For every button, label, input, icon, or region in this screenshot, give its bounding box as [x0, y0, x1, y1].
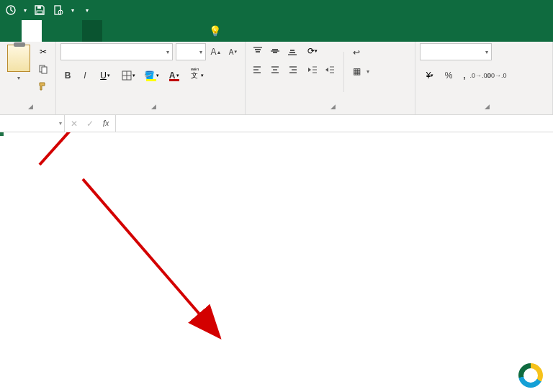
quick-access-toolbar: ▾ ▾ ▾ [3, 2, 91, 18]
align-bottom-button[interactable] [284, 43, 300, 59]
svg-rect-1 [37, 6, 41, 9]
qat-autosave-icon[interactable] [3, 2, 19, 18]
align-right-button[interactable] [284, 62, 300, 78]
wrap-icon: ↩ [353, 47, 360, 58]
ribbon-group-alignment: ⟳▾ ↩ ▦▾ ◢ [246, 42, 415, 114]
print-preview-icon[interactable] [50, 2, 66, 18]
tab-home[interactable] [22, 20, 42, 42]
decrease-font-button[interactable]: A▼ [226, 44, 240, 60]
font-name-combo[interactable]: ▾ [60, 43, 173, 60]
italic-button[interactable]: I [78, 68, 92, 83]
svg-line-34 [40, 132, 162, 165]
tell-me-search[interactable]: 💡 [209, 20, 225, 42]
number-dialog-launcher[interactable]: ◢ [482, 102, 491, 111]
align-left-button[interactable] [250, 62, 266, 78]
title-bar: ▾ ▾ ▾ [0, 0, 553, 20]
alignment-dialog-launcher[interactable]: ◢ [329, 102, 338, 111]
annotation-arrow-2 [65, 161, 252, 348]
accounting-format-button[interactable]: ¥▾ [420, 68, 440, 83]
tab-data[interactable] [102, 20, 122, 42]
merge-center-button[interactable]: ▦▾ [350, 63, 372, 79]
decrease-indent-button[interactable] [305, 62, 320, 78]
qat-drop-1[interactable]: ▾ [22, 7, 29, 14]
decrease-decimal-button[interactable]: .00→.0 [489, 68, 503, 83]
insert-function-button[interactable]: fx [98, 116, 114, 132]
tab-power-pivot[interactable] [183, 20, 203, 42]
spreadsheet-grid[interactable] [0, 132, 553, 392]
lightbulb-icon: 💡 [209, 25, 221, 37]
ribbon-group-number: ▾ ¥▾ % , .0→.00 .00→.0 ◢ [415, 42, 553, 114]
name-box-drop[interactable]: ▾ [59, 120, 62, 127]
formula-bar: ▾ ✕ ✓ fx [0, 115, 553, 132]
copy-button[interactable] [35, 62, 51, 76]
qat-drop-2[interactable]: ▾ [69, 7, 76, 14]
formula-input[interactable] [116, 115, 553, 132]
ribbon: ▾ ✂ ◢ ▾ ▾ A▲ A▼ B I U▾ ▾ 🪣▾ A▾ [0, 42, 553, 115]
number-format-combo[interactable]: ▾ [420, 43, 492, 60]
tab-page-layout[interactable] [62, 20, 82, 42]
clipboard-icon [7, 45, 30, 72]
svg-rect-6 [42, 67, 47, 73]
font-size-combo[interactable]: ▾ [176, 43, 206, 60]
tab-file[interactable] [1, 20, 22, 42]
watermark-logo-icon [518, 363, 543, 388]
svg-rect-11 [255, 49, 261, 50]
wrap-text-button[interactable]: ↩ [350, 45, 372, 60]
paste-button[interactable]: ▾ [4, 43, 32, 98]
font-color-button[interactable]: A▾ [164, 68, 184, 83]
increase-indent-button[interactable] [322, 62, 338, 78]
svg-line-35 [83, 179, 220, 337]
ribbon-group-clipboard: ▾ ✂ ◢ [0, 42, 56, 114]
ribbon-group-font: ▾ ▾ A▲ A▼ B I U▾ ▾ 🪣▾ A▾ wén文▾ ◢ [56, 42, 246, 114]
svg-rect-16 [290, 50, 295, 51]
annotation-arrow-1 [0, 132, 216, 176]
cut-button[interactable]: ✂ [35, 45, 51, 59]
qat-customize-drop[interactable]: ▾ [84, 7, 91, 14]
svg-rect-12 [256, 51, 260, 53]
align-middle-button[interactable] [267, 43, 283, 59]
fill-color-button[interactable]: 🪣▾ [141, 68, 161, 83]
align-center-button[interactable] [267, 62, 283, 78]
svg-rect-17 [289, 52, 295, 53]
merge-icon: ▦ [353, 66, 361, 76]
orientation-button[interactable]: ⟳▾ [305, 43, 320, 59]
enter-formula-button[interactable]: ✓ [82, 116, 98, 132]
name-box[interactable]: ▾ [0, 115, 65, 132]
watermark [518, 363, 547, 388]
scissors-icon: ✂ [40, 47, 47, 57]
clipboard-dialog-launcher[interactable]: ◢ [27, 102, 35, 111]
tab-insert[interactable] [42, 20, 62, 42]
border-button[interactable]: ▾ [118, 68, 138, 83]
svg-rect-15 [273, 52, 277, 53]
currency-icon: ¥ [426, 70, 431, 81]
svg-rect-2 [37, 11, 42, 14]
format-painter-button[interactable] [35, 79, 51, 94]
svg-rect-13 [272, 49, 278, 50]
tab-view[interactable] [143, 20, 163, 42]
underline-button[interactable]: U▾ [95, 68, 115, 83]
increase-font-button[interactable]: A▲ [209, 44, 223, 60]
cancel-formula-button[interactable]: ✕ [66, 116, 82, 132]
phonetic-button[interactable]: wén文▾ [187, 68, 207, 83]
tab-formula[interactable] [82, 20, 102, 42]
font-dialog-launcher[interactable]: ◢ [149, 102, 158, 111]
align-top-button[interactable] [250, 43, 266, 59]
cell-selection-box [0, 132, 3, 135]
save-icon[interactable] [32, 2, 48, 18]
tab-review[interactable] [122, 20, 143, 42]
tab-help[interactable] [163, 20, 183, 42]
bold-button[interactable]: B [60, 68, 75, 83]
ribbon-tabs: 💡 [0, 20, 553, 42]
percent-format-button[interactable]: % [441, 68, 456, 83]
